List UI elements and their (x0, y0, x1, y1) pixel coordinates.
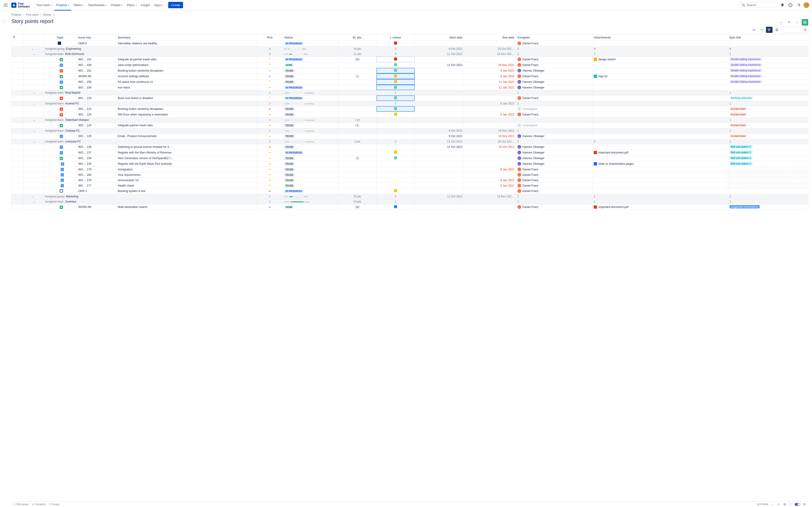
more-icon[interactable]: ⋯ (794, 19, 800, 25)
issue-row[interactable]: ✓ WO… 100 Java-script optimizations ⌃ DO… (11, 62, 808, 68)
breadcrumb-item[interactable]: Projects (11, 13, 21, 16)
footer-hierarchy[interactable]: ⊟ (782, 502, 786, 507)
logo-text-1: Fine (18, 2, 30, 5)
help-icon[interactable]: ? (788, 2, 793, 8)
issue-row[interactable]: ● WO… 128 Book now button is disabled ⌃ … (11, 95, 808, 101)
logo-text-2: Software (18, 5, 30, 8)
column-header[interactable]: Assignee (516, 35, 592, 41)
issue-row[interactable]: ▫ WO… 178 Immunization V2 ═ TO DO 8 Jan … (11, 177, 808, 183)
svg-rect-3 (4, 5, 5, 5)
nav-item-insight[interactable]: Insight (139, 2, 152, 8)
nav-item-plans[interactable]: Plans▾ (125, 2, 139, 8)
footer-filter[interactable]: ▽ (789, 502, 793, 507)
breadcrumb-item[interactable]: Fine work (26, 13, 38, 16)
nav-item-filters[interactable]: Filters▾ (72, 2, 86, 8)
sheet-search[interactable] (781, 27, 808, 33)
edit-icon[interactable]: ✎ (786, 19, 792, 25)
group-row[interactable]: ⌄ Assigned teamLiverpool FC 2 100%remain… (11, 139, 808, 144)
favorite-icon[interactable]: ☆ (778, 19, 784, 25)
top-navigation: ◉ FineSoftware Your work▾Projects▾Filter… (0, 0, 812, 10)
svg-rect-14 (804, 22, 806, 22)
column-header[interactable]: Status (283, 35, 338, 41)
refresh-icon[interactable] (773, 27, 780, 33)
view-checklist-icon[interactable]: ✓≡ (758, 27, 765, 33)
group-row[interactable]: ⌄ Assigned teamTottenham Hotspur 1 100%r… (11, 117, 808, 122)
svg-rect-1 (5, 3, 6, 4)
svg-rect-2 (7, 3, 7, 4)
nav-item-people[interactable]: People▾ (109, 2, 124, 8)
svg-rect-18 (768, 29, 769, 30)
issue-row[interactable]: ■ WO… 138 Next Generation version of See… (11, 155, 808, 161)
group-row[interactable]: ⌄ Assigned groupMarketing 2 25%75% 32 pt… (11, 194, 808, 199)
user-avatar[interactable] (804, 2, 809, 8)
svg-point-21 (804, 29, 806, 31)
column-header[interactable]: Type (44, 35, 77, 41)
issue-row[interactable]: ■ WO… 102 Integrate all partner travel s… (11, 57, 808, 62)
issue-row[interactable]: ● WO… 125 500 Error when requesting a re… (11, 112, 808, 117)
column-header[interactable]: I. colour (376, 35, 415, 41)
footer-view-1[interactable]: ≡ (770, 502, 774, 507)
issue-row[interactable]: OKR-5 Interstellar relations are healthy… (11, 41, 808, 46)
view-sum-icon[interactable]: Σ≡ (751, 27, 758, 33)
filter-column[interactable] (11, 35, 24, 41)
issue-row[interactable]: ▫ WO… 177 Health check ═ TO DO 8 Jan 202… (11, 183, 808, 188)
group-row[interactable]: ⌄ Assigned teamBVB Dortmund 3 17%83% 11 … (11, 51, 808, 57)
issue-row[interactable]: ✓ WO… 136 Switching to annual license re… (11, 144, 808, 150)
nav-item-your-work[interactable]: Your work▾ (35, 2, 54, 8)
footer-view-2[interactable]: ≣ (776, 502, 780, 507)
column-header[interactable]: Attachments (592, 35, 728, 41)
breadcrumb: Projects / Fine work / Sheets ▾ (11, 10, 808, 18)
issue-row[interactable]: ■ WO… 159 Iron Hand ═ IN PROGRESS 11 Jan… (11, 85, 808, 90)
svg-rect-19 (769, 29, 770, 30)
column-header[interactable]: St. pts. (338, 35, 376, 41)
nav-item-projects[interactable]: Projects▾ (54, 2, 71, 8)
nav-item-apps[interactable]: Apps▾ (152, 2, 165, 8)
svg-line-22 (806, 30, 806, 31)
group-row[interactable]: ⌄ Assigned teamJuventus 1 100%done 24 pt… (11, 199, 808, 204)
app-switcher-icon[interactable] (3, 2, 8, 8)
create-button[interactable]: Create (168, 2, 183, 8)
column-header[interactable]: Due date (464, 35, 516, 41)
chevron-down-icon[interactable]: ▾ (53, 14, 54, 16)
issue-row[interactable]: ● WO… 101 Booking button randomly dissap… (11, 68, 808, 73)
group-row[interactable]: ⌄ Assigned groupEngineering 4 5%95% 14 p… (11, 46, 808, 51)
footer-scope[interactable]: ⬡ Scope (49, 503, 59, 506)
footer-fields[interactable]: ⊞ 6 fields (757, 503, 768, 506)
svg-rect-20 (768, 30, 769, 31)
issue-row[interactable]: ● WO… 123 Booking button randomly dissap… (11, 106, 808, 112)
group-row[interactable]: ⌄ Assigned teamReal Madrid 1 100%remaini… (11, 90, 808, 95)
issue-row[interactable]: ■ WORK-96 Multi-destination search ≡ DON… (11, 204, 808, 210)
sheet-app-icon[interactable] (802, 19, 808, 25)
product-logo[interactable]: ◉ FineSoftware (11, 2, 30, 8)
breadcrumb-item[interactable]: Sheets (43, 13, 51, 16)
svg-line-10 (744, 6, 745, 7)
issue-row[interactable]: ▫ WO… 179 Immigration ═ TO DO 8 Jan 2022… (11, 167, 808, 172)
issue-row[interactable]: OKR-1 Booking system is live ≡ IN PROGRE… (11, 188, 808, 194)
footer-mail-icon[interactable]: ✉ (802, 502, 806, 507)
column-header[interactable]: Summary (116, 35, 257, 41)
column-header[interactable]: Prio (257, 35, 283, 41)
settings-icon[interactable] (796, 2, 801, 8)
issue-row[interactable]: ▫ WO… 180 Visa requirements ═ TO DO Dani… (11, 172, 808, 177)
search-icon (742, 3, 745, 7)
nav-item-dashboards[interactable]: Dashboards▾ (86, 2, 109, 8)
column-header[interactable]: Start date (415, 35, 464, 41)
global-search[interactable]: Search (740, 2, 777, 8)
issue-row[interactable]: ⌄✓ WO… 135 Register with the Earth Moon … (11, 161, 808, 167)
notifications-icon[interactable] (779, 2, 785, 8)
footer-toggle[interactable] (795, 503, 800, 506)
group-row[interactable]: ⌄ Assigned teamChelsea FC 1 100%remainin… (11, 128, 808, 133)
issue-row[interactable]: ✓ WO… 137 Register with the Mars Ministr… (11, 150, 808, 155)
issue-row[interactable]: ■ WO… 124 Integrate partner travel sites… (11, 122, 808, 128)
svg-rect-6 (4, 6, 5, 7)
issue-row[interactable]: ✓ WO… 126 Email - Product Announcement ═… (11, 133, 808, 139)
view-hierarchy-icon[interactable] (766, 27, 772, 33)
issue-row[interactable]: ✓ WO… 158 Kit space time continuum v2 ⌃ … (11, 79, 808, 85)
svg-text:✓≡: ✓≡ (760, 29, 764, 31)
svg-rect-0 (4, 3, 5, 4)
sidebar-expand-handle[interactable]: › (2, 18, 7, 22)
column-header[interactable]: Issue key (77, 35, 116, 41)
column-header[interactable]: Epic link (728, 35, 808, 41)
group-row[interactable]: ⌄ Assigned teamArsenal FC 2 100%remainin… (11, 101, 808, 106)
issue-row[interactable]: ■ WORK-99 Account settings defaults ≡ TO… (11, 73, 808, 79)
